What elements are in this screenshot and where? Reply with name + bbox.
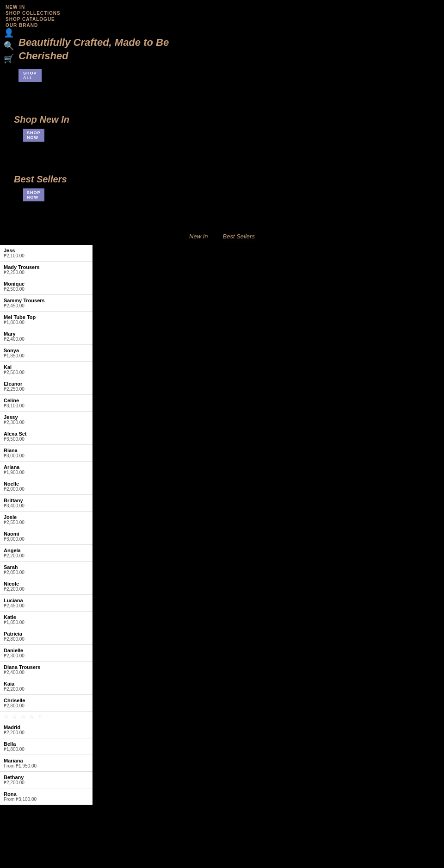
account-icon[interactable]: 👤	[4, 28, 14, 38]
list-item[interactable]: MarianaFrom ₱1,950.00	[0, 755, 92, 772]
product-name: Riana	[4, 448, 89, 453]
list-item[interactable]: Sonya₱1,850.00	[0, 345, 92, 362]
list-item[interactable]: Kai₱2,500.00	[0, 362, 92, 378]
product-price: ₱3,100.00	[4, 403, 89, 408]
nav-shop-catalogue[interactable]: SHOP CATALOGUE	[6, 17, 438, 22]
product-name: Naomi	[4, 531, 89, 537]
product-price: ₱1,800.00	[4, 747, 89, 752]
tab-new-in[interactable]: New In	[186, 232, 210, 241]
list-item[interactable]: Nicole₱2,200.00	[0, 578, 92, 595]
product-name: Celine	[4, 398, 89, 403]
list-item[interactable]: Sarah₱2,050.00	[0, 562, 92, 578]
list-item[interactable]: Kaia₱2,200.00	[0, 678, 92, 695]
list-item[interactable]: Josie₱2,550.00	[0, 512, 92, 528]
list-item[interactable]: Celine₱3,100.00	[0, 395, 92, 412]
new-in-shop-now-button[interactable]: SHOPNOW	[23, 129, 44, 142]
list-item[interactable]: Mel Tube Top₱1,800.00	[0, 312, 92, 328]
list-item[interactable]: Riana₱3,000.00	[0, 445, 92, 462]
product-name: Kai	[4, 364, 89, 370]
product-name: Chriselle	[4, 698, 89, 703]
product-name: Bella	[4, 741, 89, 747]
product-name: Sammy Trousers	[4, 298, 89, 303]
stars-rating-row: ☆ ☆ ☆ ☆ ☆	[0, 712, 92, 722]
list-item[interactable]: Monique₱2,500.00	[0, 278, 92, 295]
list-item[interactable]: Brittany₱3,400.00	[0, 495, 92, 512]
list-item[interactable]: Mady Trousers₱2,250.00	[0, 262, 92, 278]
product-price: ₱2,300.00	[4, 653, 89, 658]
search-icon[interactable]: 🔍	[4, 41, 14, 51]
tab-best-sellers[interactable]: Best Sellers	[220, 232, 258, 241]
product-name: Luciana	[4, 598, 89, 603]
product-price: ₱3,500.00	[4, 437, 89, 442]
product-name: Noelle	[4, 481, 89, 487]
nav-icons: 👤 🔍 🛒	[4, 28, 14, 64]
product-name: Kaia	[4, 681, 89, 687]
product-name: Patricia	[4, 631, 89, 637]
best-sellers-shop-now-button[interactable]: SHOPNOW	[23, 188, 44, 201]
cart-icon[interactable]: 🛒	[4, 54, 14, 64]
list-item[interactable]: Diana Trousers₱2,400.00	[0, 662, 92, 678]
product-name: Katie	[4, 614, 89, 620]
product-name: Sonya	[4, 348, 89, 353]
product-price: ₱2,800.00	[4, 703, 89, 708]
product-price: From ₱3,100.00	[4, 797, 89, 802]
product-price: ₱2,200.00	[4, 780, 89, 785]
list-item[interactable]: Ariana₱1,900.00	[0, 462, 92, 478]
product-name: Bethany	[4, 774, 89, 780]
product-price: From ₱1,950.00	[4, 763, 89, 768]
product-price: ₱2,400.00	[4, 337, 89, 342]
product-name: Danielle	[4, 648, 89, 653]
product-name: Jessy	[4, 414, 89, 420]
product-name: Mady Trousers	[4, 264, 89, 270]
product-name: Eleanor	[4, 381, 89, 387]
list-item[interactable]: Eleanor₱2,250.00	[0, 378, 92, 395]
product-name: Alexa Set	[4, 431, 89, 437]
product-price: ₱2,800.00	[4, 637, 89, 642]
list-item[interactable]: Jess₱2,100.00	[0, 245, 92, 262]
list-item[interactable]: Naomi₱3,000.00	[0, 528, 92, 545]
list-item[interactable]: Bella₱1,800.00	[0, 738, 92, 755]
product-name: Diana Trousers	[4, 664, 89, 670]
shop-all-button[interactable]: SHOPALL	[18, 69, 42, 82]
list-item[interactable]: Jessy₱2,300.00	[0, 412, 92, 428]
list-item[interactable]: Katie₱1,850.00	[0, 612, 92, 628]
product-name: Angela	[4, 548, 89, 553]
list-item[interactable]: Patricia₱2,800.00	[0, 628, 92, 645]
hero-tagline: Beautifully Crafted, Made to Be Cherishe…	[0, 31, 444, 67]
product-name: Monique	[4, 281, 89, 287]
top-nav: NEW IN SHOP COLLECTIONS SHOP CATALOGUE O…	[0, 0, 444, 31]
product-name: Sarah	[4, 564, 89, 570]
product-price: ₱2,500.00	[4, 370, 89, 375]
list-item[interactable]: Madrid₱2,200.00	[0, 722, 92, 738]
list-item[interactable]: Noelle₱2,000.00	[0, 478, 92, 495]
product-price: ₱3,400.00	[4, 503, 89, 508]
product-price: ₱2,200.00	[4, 730, 89, 735]
nav-our-brand[interactable]: OUR BRAND	[6, 23, 438, 28]
product-price: ₱2,300.00	[4, 420, 89, 425]
list-item[interactable]: Alexa Set₱3,500.00	[0, 428, 92, 445]
list-item[interactable]: Chriselle₱2,800.00	[0, 695, 92, 712]
product-name: Ariana	[4, 464, 89, 470]
product-name: Madrid	[4, 724, 89, 730]
product-price: ₱1,900.00	[4, 470, 89, 475]
list-item[interactable]: RonaFrom ₱3,100.00	[0, 788, 92, 805]
product-price: ₱2,050.00	[4, 570, 89, 575]
filter-tabs: New In Best Sellers	[0, 225, 444, 245]
list-item[interactable]: Danielle₱2,300.00	[0, 645, 92, 662]
product-name: Mary	[4, 331, 89, 337]
product-name: Jess	[4, 248, 89, 253]
product-price: ₱2,250.00	[4, 387, 89, 392]
list-item[interactable]: Luciana₱2,450.00	[0, 595, 92, 612]
list-item[interactable]: Bethany₱2,200.00	[0, 772, 92, 788]
product-name: Josie	[4, 514, 89, 520]
list-item[interactable]: Angela₱2,200.00	[0, 545, 92, 562]
product-price: ₱2,200.00	[4, 587, 89, 592]
nav-new-in[interactable]: NEW IN	[6, 5, 438, 10]
list-item[interactable]: Mary₱2,400.00	[0, 328, 92, 345]
product-price: ₱2,400.00	[4, 670, 89, 675]
product-price: ₱2,450.00	[4, 303, 89, 308]
product-price: ₱2,500.00	[4, 287, 89, 292]
product-name: Nicole	[4, 581, 89, 587]
nav-shop-collections[interactable]: SHOP COLLECTIONS	[6, 11, 438, 16]
list-item[interactable]: Sammy Trousers₱2,450.00	[0, 295, 92, 312]
